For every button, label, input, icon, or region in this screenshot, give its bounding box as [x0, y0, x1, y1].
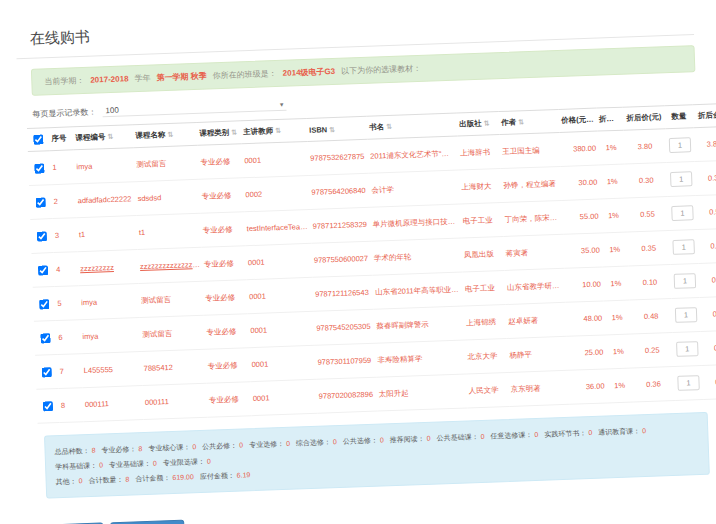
row-checkbox[interactable]: [39, 299, 49, 309]
cell-course_no: adfadfadc22222: [75, 182, 136, 218]
col-header-label: 折后金额: [698, 110, 716, 120]
row-checkbox[interactable]: [43, 401, 53, 411]
cell-qty: 1: [673, 332, 702, 367]
cell-price: 10.00: [564, 267, 603, 302]
summary-item-label: 专业选修：: [249, 440, 284, 448]
summary-item: 公共选修：0: [343, 432, 384, 448]
summary-item-label: 合计数量：: [88, 476, 123, 484]
cell-course_no: zzzzzzzzz: [77, 250, 138, 286]
cell-amount: 0.36: [702, 364, 716, 399]
cell-course_type: 专业必修: [199, 178, 244, 214]
col-header-discount[interactable]: 折扣⇅: [597, 107, 624, 131]
cell-seq: 6: [56, 320, 81, 355]
row-checkbox[interactable]: [40, 333, 50, 343]
quantity-stepper[interactable]: 1: [674, 273, 697, 289]
row-checkbox[interactable]: [42, 367, 52, 377]
summary-item: 应付金额：6.19: [200, 467, 251, 484]
summary-item-value: 8: [125, 476, 129, 483]
cell-price: 30.00: [561, 165, 600, 200]
col-header-course_no[interactable]: 课程编号⇅: [73, 125, 134, 150]
sort-icon: ⇅: [386, 123, 392, 130]
summary-item-label: 任意选修课：: [490, 431, 532, 439]
sort-icon: ⇅: [329, 125, 335, 132]
summary-item: 学科基础课：0: [55, 457, 103, 474]
cell-amount: 0.25: [701, 330, 716, 365]
summary-item-label: 总品种数：: [54, 447, 89, 455]
cell-course_name: t1: [136, 213, 201, 249]
col-header-course_name[interactable]: 课程名称⇅: [133, 122, 198, 147]
cell-author: 山东省教学研究室编: [504, 268, 565, 304]
cell-publisher: 北京大学: [465, 338, 508, 373]
cell-discounted_price: 0.36: [632, 366, 675, 401]
cell-course_type: 专业必修: [198, 144, 243, 180]
summary-item-label: 公共选修：: [343, 437, 378, 445]
sort-icon: ⇅: [107, 133, 113, 140]
col-header-seq: 序号: [49, 127, 74, 151]
cell-discount: 1%: [600, 198, 627, 233]
col-header-author[interactable]: 作者⇅: [499, 109, 560, 134]
cell-discount: 1%: [606, 368, 633, 403]
col-header-price[interactable]: 价格(元)⇅: [559, 108, 598, 132]
col-header-label: 课程编号: [75, 132, 105, 142]
cell-seq: 1: [50, 150, 75, 185]
cell-course_type: 专业必修: [204, 314, 249, 350]
cell-course_no: imya: [80, 318, 141, 354]
col-header-book[interactable]: 书名⇅: [367, 113, 458, 139]
summary-item-value: 0: [207, 458, 211, 465]
cell-amount: 0.10: [698, 262, 716, 297]
col-header-label: 课程名称: [135, 130, 165, 140]
cell-price: 25.00: [567, 335, 606, 370]
cell-publisher: 上海辞书: [458, 135, 501, 170]
cell-discount: 1%: [599, 164, 626, 199]
summary-item-label: 综合选修：: [296, 438, 331, 446]
cell-publisher: 上海财大: [459, 169, 502, 204]
summary-item: 专业基础课：0: [109, 456, 157, 473]
per-page-select[interactable]: 100 ▾: [102, 99, 286, 118]
cell-discounted_price: 3.80: [623, 129, 666, 164]
summary-item: 专业核心课：0: [148, 439, 196, 456]
col-header-isbn[interactable]: ISBN⇅: [307, 116, 368, 141]
summary-item-value: 6.19: [237, 471, 251, 478]
quantity-stepper[interactable]: 1: [675, 307, 698, 323]
banner-year-label: 学年: [134, 74, 150, 84]
col-header-course_type[interactable]: 课程类别⇅: [197, 121, 242, 146]
sort-icon: ⇅: [518, 118, 524, 125]
buy-other-books-button[interactable]: 购买其他图书: [110, 520, 185, 524]
cell-seq: 5: [55, 286, 80, 321]
summary-item-value: 0: [480, 433, 484, 440]
banner-semester-label: 当前学期：: [44, 76, 84, 86]
summary-item: 综合选修：0: [296, 434, 337, 450]
cell-teacher: 0001: [247, 277, 314, 313]
row-checkbox[interactable]: [37, 231, 47, 241]
summary-item: 专业选修：0: [249, 436, 290, 452]
summary-item-value: 0: [380, 436, 384, 443]
quantity-stepper[interactable]: 1: [676, 341, 699, 357]
per-page-value: 100: [105, 106, 119, 115]
col-header-publisher[interactable]: 出版社⇅: [457, 112, 500, 136]
cell-price: 55.00: [562, 199, 601, 234]
summary-item-label: 其他：: [56, 477, 77, 485]
select-all-checkbox[interactable]: [33, 134, 43, 144]
row-checkbox[interactable]: [35, 197, 45, 207]
quantity-stepper[interactable]: 1: [672, 239, 695, 255]
cell-course_name: 7885412: [141, 349, 206, 385]
row-checkbox[interactable]: [34, 163, 44, 173]
banner-class-name: 2014级电子G3: [283, 67, 336, 78]
summary-item-value: 0: [99, 461, 103, 468]
cell-author: 杨静平: [507, 336, 568, 372]
cell-course_type: 专业必修: [203, 280, 248, 316]
row-checkbox[interactable]: [38, 265, 48, 275]
quantity-stepper[interactable]: 1: [670, 171, 693, 187]
quantity-stepper[interactable]: 1: [669, 137, 692, 153]
cell-discounted_price: 0.35: [627, 231, 670, 266]
cell-publisher: 人民文学: [466, 372, 509, 407]
col-header-teacher[interactable]: 主讲教师⇅: [241, 118, 308, 143]
banner-semester-year: 2017-2018: [90, 74, 129, 84]
cell-check: [34, 321, 57, 356]
summary-item-label: 应付金额：: [200, 472, 235, 480]
cell-qty: 1: [670, 264, 699, 299]
quantity-stepper[interactable]: 1: [677, 375, 700, 391]
quantity-stepper[interactable]: 1: [671, 205, 694, 221]
cell-author: 王卫国主编: [500, 132, 561, 168]
cell-discount: 1%: [604, 300, 631, 335]
